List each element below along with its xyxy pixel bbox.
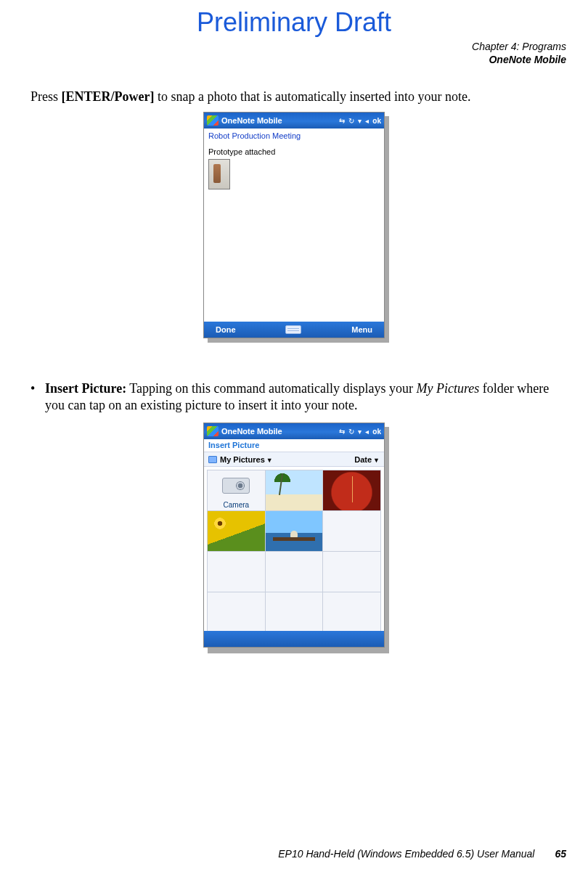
app-title: OneNote Mobile xyxy=(221,427,336,436)
volume-icon: ◂ xyxy=(365,117,369,125)
insert-label: Insert Picture: xyxy=(45,381,126,396)
folder-icon xyxy=(208,456,217,463)
empty-cell xyxy=(323,511,381,552)
titlebar: OneNote Mobile ⇆ ↻ ▾ ◂ ok xyxy=(204,423,384,439)
insert-text1: Tapping on this command automatically di… xyxy=(126,381,416,396)
chevron-down-icon: ▼ xyxy=(266,457,273,464)
link-icon: ⇆ xyxy=(339,117,345,125)
start-flag-icon[interactable] xyxy=(207,426,219,436)
page-number: 65 xyxy=(555,848,566,860)
folder-bar: My Pictures▼ Date▼ xyxy=(204,452,384,467)
chapter-header: Chapter 4: Programs OneNote Mobile xyxy=(472,41,566,66)
camera-tile[interactable]: Camera xyxy=(208,470,266,511)
camera-label: Camera xyxy=(208,501,265,509)
note-title[interactable]: Robot Production Meeting xyxy=(208,131,380,140)
app-title: OneNote Mobile xyxy=(221,116,336,125)
page-footer: EP10 Hand-Held (Windows Embedded 6.5) Us… xyxy=(22,848,566,860)
chapter-line2: OneNote Mobile xyxy=(472,54,566,67)
bullet: • xyxy=(30,380,45,415)
manual-title: EP10 Hand-Held (Windows Embedded 6.5) Us… xyxy=(278,848,534,860)
screenshot-onenote-note: OneNote Mobile ⇆ ↻ ▾ ◂ ok Robot Producti… xyxy=(203,112,385,338)
picture-thumb[interactable] xyxy=(208,511,266,552)
softkey-done[interactable]: Done xyxy=(216,325,236,334)
draft-watermark: Preliminary Draft xyxy=(0,7,588,38)
softkey-bar xyxy=(204,631,384,647)
sync-icon: ↻ xyxy=(348,117,354,125)
titlebar: OneNote Mobile ⇆ ↻ ▾ ◂ ok xyxy=(204,113,384,129)
chapter-line1: Chapter 4: Programs xyxy=(472,41,566,54)
press-pre: Press xyxy=(30,89,62,104)
insert-picture-paragraph: • Insert Picture: Tapping on this comman… xyxy=(30,380,566,415)
note-line[interactable]: Prototype attached xyxy=(208,147,380,156)
prototype-thumbnail[interactable] xyxy=(208,159,230,189)
empty-cell xyxy=(265,552,323,592)
empty-cell xyxy=(323,552,381,592)
picture-thumb[interactable] xyxy=(323,470,381,511)
ok-button[interactable]: ok xyxy=(372,428,381,436)
volume-icon: ◂ xyxy=(365,428,369,436)
camera-icon xyxy=(222,478,250,494)
start-flag-icon[interactable] xyxy=(207,115,219,126)
picture-grid: Camera xyxy=(204,467,384,631)
empty-cell xyxy=(323,592,381,633)
keyboard-icon[interactable] xyxy=(285,325,301,334)
chevron-down-icon: ▼ xyxy=(373,457,380,464)
signal-icon: ▾ xyxy=(358,117,362,125)
sync-icon: ↻ xyxy=(348,428,354,436)
screenshot-insert-picture: OneNote Mobile ⇆ ↻ ▾ ◂ ok Insert Picture… xyxy=(203,423,385,648)
softkey-bar: Done Menu xyxy=(204,322,384,338)
softkey-menu[interactable]: Menu xyxy=(351,325,372,334)
press-post: to snap a photo that is automatically in… xyxy=(155,89,471,104)
empty-cell xyxy=(208,552,266,592)
sort-dropdown[interactable]: Date▼ xyxy=(354,455,380,464)
system-tray[interactable]: ⇆ ↻ ▾ ◂ ok xyxy=(339,117,381,125)
empty-cell xyxy=(208,592,266,633)
picture-thumb[interactable] xyxy=(265,511,323,552)
ok-button[interactable]: ok xyxy=(372,117,381,125)
section-header: Insert Picture xyxy=(204,439,384,452)
system-tray[interactable]: ⇆ ↻ ▾ ◂ ok xyxy=(339,428,381,436)
empty-cell xyxy=(265,592,323,633)
note-body[interactable]: Robot Production Meeting Prototype attac… xyxy=(204,129,384,322)
picture-thumb[interactable] xyxy=(265,470,323,511)
insert-italic: My Pictures xyxy=(417,381,480,396)
link-icon: ⇆ xyxy=(339,428,345,436)
press-instruction: Press [ENTER/Power] to snap a photo that… xyxy=(30,89,566,105)
signal-icon: ▾ xyxy=(358,428,362,436)
press-key: [ENTER/Power] xyxy=(62,89,155,104)
folder-dropdown[interactable]: My Pictures▼ xyxy=(220,455,273,464)
